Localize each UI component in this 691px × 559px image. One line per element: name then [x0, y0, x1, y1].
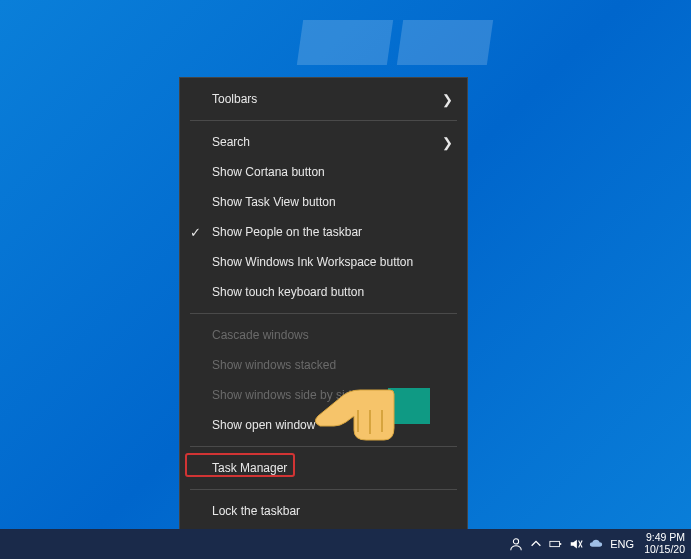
- menu-label: Show People on the taskbar: [212, 225, 362, 239]
- language-indicator[interactable]: ENG: [606, 538, 638, 550]
- menu-label: Toolbars: [212, 92, 257, 106]
- pointer-hand-icon: [310, 370, 430, 460]
- menu-item-search[interactable]: Search ❯: [180, 127, 467, 157]
- menu-item-show-cortana[interactable]: Show Cortana button: [180, 157, 467, 187]
- menu-label: Task Manager: [212, 461, 287, 475]
- menu-item-show-ink[interactable]: Show Windows Ink Workspace button: [180, 247, 467, 277]
- menu-item-lock-taskbar[interactable]: Lock the taskbar: [180, 496, 467, 526]
- svg-point-1: [514, 539, 519, 544]
- system-clock[interactable]: 9:49 PM 10/15/20: [638, 532, 691, 555]
- clock-date: 10/15/20: [644, 544, 685, 556]
- menu-label: Show Windows Ink Workspace button: [212, 255, 413, 269]
- onedrive-icon[interactable]: [586, 529, 606, 559]
- menu-label: Show touch keyboard button: [212, 285, 364, 299]
- taskbar-context-menu: Toolbars ❯ Search ❯ Show Cortana button …: [179, 77, 468, 559]
- battery-icon[interactable]: [546, 529, 566, 559]
- svg-rect-2: [550, 541, 560, 546]
- desktop: Toolbars ❯ Search ❯ Show Cortana button …: [0, 0, 691, 559]
- chevron-right-icon: ❯: [442, 92, 453, 107]
- menu-item-cascade: Cascade windows: [180, 320, 467, 350]
- menu-item-toolbars[interactable]: Toolbars ❯: [180, 84, 467, 114]
- menu-item-show-touch-keyboard[interactable]: Show touch keyboard button: [180, 277, 467, 307]
- language-label: ENG: [610, 538, 634, 550]
- menu-label: Show Cortana button: [212, 165, 325, 179]
- menu-label: Cascade windows: [212, 328, 309, 342]
- chevron-right-icon: ❯: [442, 135, 453, 150]
- menu-label: Show Task View button: [212, 195, 336, 209]
- taskbar[interactable]: ENG 9:49 PM 10/15/20: [0, 529, 691, 559]
- menu-divider: [190, 120, 457, 121]
- people-icon[interactable]: [506, 529, 526, 559]
- svg-rect-3: [560, 543, 562, 545]
- menu-label: Search: [212, 135, 250, 149]
- volume-icon[interactable]: [566, 529, 586, 559]
- menu-divider: [190, 489, 457, 490]
- tray-chevron-up-icon[interactable]: [526, 529, 546, 559]
- menu-label: Lock the taskbar: [212, 504, 300, 518]
- menu-item-show-task-view[interactable]: Show Task View button: [180, 187, 467, 217]
- menu-item-show-people[interactable]: ✓ Show People on the taskbar: [180, 217, 467, 247]
- menu-divider: [190, 313, 457, 314]
- check-icon: ✓: [190, 225, 201, 240]
- menu-label: Show open window: [212, 418, 315, 432]
